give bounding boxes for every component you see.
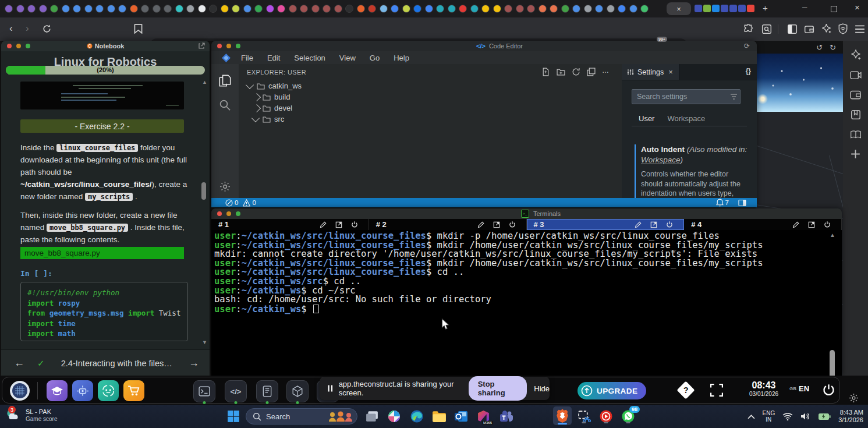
new-tab-button[interactable]: +: [763, 3, 768, 13]
window-maximize-button[interactable]: [831, 6, 837, 12]
wallet-sidebar-icon[interactable]: [850, 90, 861, 100]
browser-tab-favicon[interactable]: [640, 5, 649, 13]
reading-list-icon[interactable]: [850, 130, 862, 139]
scroll-up-icon[interactable]: ▲: [202, 79, 207, 85]
desktop-settings-gear-icon[interactable]: [849, 393, 859, 403]
bell-icon[interactable]: [716, 199, 724, 207]
settings-tab-label[interactable]: Settings: [637, 68, 664, 76]
academy-icon[interactable]: [47, 380, 68, 401]
chevron-down-icon[interactable]: [251, 114, 260, 122]
browser-tab-favicon[interactable]: [481, 5, 490, 13]
browser-tab-favicon[interactable]: [618, 5, 626, 13]
browser-tab-favicon[interactable]: [254, 5, 263, 13]
open-external-icon[interactable]: [650, 221, 657, 228]
forward-button[interactable]: ›: [26, 23, 29, 34]
browser-tab-favicon[interactable]: [73, 5, 81, 13]
menu-icon[interactable]: [855, 24, 865, 34]
terminal-tab-2[interactable]: # 2: [369, 219, 527, 230]
next-unit-button[interactable]: →: [189, 357, 199, 369]
notebook-content[interactable]: - Exercise 2.2 - Inside the linux_course…: [1, 75, 210, 349]
tree-item-devel[interactable]: devel: [239, 102, 622, 114]
bookmark-icon[interactable]: [134, 24, 143, 34]
search-highlight-people-icons[interactable]: [328, 410, 353, 423]
outlook-button[interactable]: [454, 409, 469, 424]
minimize-window-light[interactable]: [226, 211, 231, 216]
open-external-icon[interactable]: [335, 221, 342, 228]
settings-tab[interactable]: Settings ×: [622, 64, 680, 80]
minimize-window-light[interactable]: [226, 44, 231, 48]
browser-tab-favicon[interactable]: [141, 5, 149, 13]
browser-tab-favicon[interactable]: [209, 5, 217, 13]
browser-tab-favicon[interactable]: [538, 5, 547, 13]
browser-active-tab[interactable]: ×: [667, 2, 691, 15]
editor-titlebar[interactable]: </> Code Editor ⟳: [211, 41, 757, 51]
popout-icon[interactable]: [198, 43, 205, 49]
leo-ai-sidebar-icon[interactable]: [850, 49, 862, 61]
tree-item-label[interactable]: src: [274, 115, 284, 123]
video-call-icon[interactable]: [850, 70, 862, 80]
restart-terminal-icon[interactable]: [666, 221, 673, 228]
tree-item-label[interactable]: catkin_ws: [268, 82, 302, 90]
settings-search-input[interactable]: [632, 89, 741, 104]
battery-icon[interactable]: [818, 413, 831, 420]
browser-tab-favicon[interactable]: [300, 5, 308, 13]
window-minimize-button[interactable]: –: [802, 2, 807, 12]
browser-tab-favicon[interactable]: [62, 5, 70, 13]
setting-item[interactable]: Auto Indent (Also modified in: Workspace…: [635, 144, 749, 201]
panel-layout-icon[interactable]: [738, 199, 746, 207]
browser-tab-favicon[interactable]: [357, 5, 365, 13]
tree-item-label[interactable]: devel: [274, 104, 292, 112]
scope-tab-workspace[interactable]: Workspace: [667, 114, 705, 126]
yt-music-button[interactable]: [598, 409, 614, 424]
terminal-output[interactable]: user:~/catkin_ws/src/linux_course_files$…: [211, 230, 842, 376]
taskbar-search-box[interactable]: Search: [246, 408, 357, 425]
browser-tab-favicon[interactable]: [380, 5, 388, 13]
zoom-window-light[interactable]: [236, 211, 240, 216]
scroll-down-icon[interactable]: ▼: [202, 339, 207, 345]
browser-tab-favicon[interactable]: [729, 5, 737, 12]
sidebar-toggle-icon[interactable]: [787, 24, 798, 34]
terminal-tab-label[interactable]: # 3: [534, 220, 544, 229]
close-tab-icon[interactable]: ×: [668, 68, 673, 76]
browser-tab-favicon[interactable]: [413, 5, 421, 13]
browser-tab-favicon[interactable]: [277, 5, 285, 13]
browser-tab-favicon[interactable]: [695, 5, 702, 12]
unit-title[interactable]: 2.4-Interacting with the files…: [45, 359, 189, 368]
restart-terminal-icon[interactable]: [509, 221, 516, 228]
browser-tab-favicon[interactable]: [391, 5, 399, 13]
warnings-icon[interactable]: [243, 199, 250, 207]
snipping-tool-button[interactable]: [576, 409, 591, 424]
tab-close-icon[interactable]: ×: [676, 5, 681, 13]
browser-tab-favicon[interactable]: [595, 5, 603, 13]
browser-tab-favicon[interactable]: [266, 5, 274, 13]
chevron-right-icon[interactable]: [253, 93, 261, 101]
fullscreen-icon[interactable]: [710, 384, 723, 397]
extensions-icon[interactable]: [743, 24, 754, 34]
browser-tab-favicon[interactable]: [629, 5, 637, 13]
terminal-tab-label[interactable]: # 2: [376, 220, 387, 229]
collapse-folders-icon[interactable]: [587, 68, 596, 76]
browser-tab-favicon[interactable]: [198, 5, 206, 13]
browser-tab-favicon[interactable]: [334, 5, 342, 13]
chevron-down-icon[interactable]: [246, 80, 254, 89]
settings-gear-icon[interactable]: [219, 181, 231, 193]
dock-language-switch[interactable]: GB EN: [789, 384, 809, 393]
leo-ai-icon[interactable]: [821, 23, 832, 34]
copilot-button[interactable]: [387, 409, 402, 424]
window-close-button[interactable]: ×: [855, 2, 860, 12]
edge-button[interactable]: [409, 409, 424, 424]
search-icon[interactable]: [219, 99, 231, 111]
browser-tab-favicon[interactable]: [289, 5, 297, 13]
file-explorer-button[interactable]: [431, 409, 447, 424]
restart-terminal-icon[interactable]: [824, 221, 831, 228]
menu-help[interactable]: Help: [387, 54, 416, 62]
upgrade-button[interactable]: UPGRADE: [578, 382, 646, 399]
tray-clock[interactable]: 8:43 AM 3/1/2026: [838, 409, 863, 424]
browser-tab-favicon[interactable]: [232, 5, 240, 13]
browser-tab-favicon[interactable]: [516, 5, 524, 13]
m365-button[interactable]: M365: [476, 409, 491, 424]
shop-cart-icon[interactable]: [123, 380, 144, 401]
open-external-icon[interactable]: [808, 221, 815, 228]
edit-terminal-icon[interactable]: [792, 221, 799, 228]
browser-tab-favicon[interactable]: [221, 5, 229, 13]
